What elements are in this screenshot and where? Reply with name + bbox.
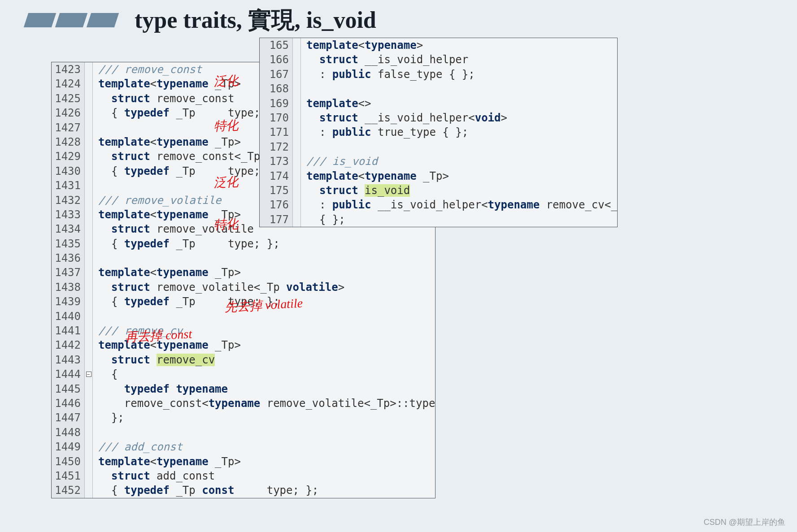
line-number: 176 [260, 198, 293, 212]
fold-gutter [293, 169, 301, 183]
line-number: 168 [260, 82, 293, 96]
code-content: { typedef _Tp type; }; [93, 294, 280, 309]
line-number: 1436 [52, 251, 85, 265]
fold-gutter [85, 324, 93, 338]
line-number: 1439 [52, 294, 85, 309]
fold-gutter [85, 106, 93, 120]
code-content: { }; [301, 212, 345, 227]
fold-gutter [85, 454, 93, 469]
code-content: { [93, 367, 118, 381]
code-line: 169template<> [260, 96, 617, 111]
line-number: 1451 [52, 469, 85, 483]
code-line: 1445 typedef typename [52, 382, 435, 396]
fold-gutter [293, 183, 301, 198]
code-line: 1451 struct add_const [52, 469, 435, 483]
code-content [301, 82, 306, 96]
code-line: 173/// is_void [260, 154, 617, 169]
code-line: 1442template<typename _Tp> [52, 338, 435, 352]
line-number: 1452 [52, 483, 85, 497]
code-line: 1443 struct remove_cv [52, 353, 435, 367]
code-content [93, 425, 98, 440]
code-line: 170 struct __is_void_helper<void> [260, 111, 617, 125]
fold-gutter [293, 212, 301, 227]
fold-gutter [85, 280, 93, 294]
line-number: 1426 [52, 106, 85, 120]
fold-gutter [85, 396, 93, 411]
code-line: 1447 }; [52, 411, 435, 425]
fold-gutter [293, 111, 301, 125]
code-content: typedef typename [93, 382, 228, 396]
code-line: 1441/// remove_cv [52, 324, 435, 338]
code-box-right: 165template<typename>166 struct __is_voi… [259, 38, 618, 227]
code-content: template<typename _Tp> [93, 265, 241, 280]
code-content: struct remove_cv [93, 353, 215, 367]
code-line: 1444 { [52, 367, 435, 381]
code-line: 165template<typename> [260, 38, 617, 52]
line-number: 175 [260, 183, 293, 198]
code-content: template<typename> [301, 38, 423, 52]
code-content: : public true_type { }; [301, 125, 468, 139]
fold-gutter [293, 125, 301, 139]
fold-gutter [293, 96, 301, 111]
code-content: struct remove_volatile [93, 222, 254, 236]
code-line: 176 : public __is_void_helper<typename r… [260, 198, 617, 212]
code-content: { typedef _Tp type; }; [93, 106, 280, 120]
code-content: template<> [301, 96, 371, 111]
line-number: 1425 [52, 91, 85, 106]
fold-gutter [85, 382, 93, 396]
line-number: 1437 [52, 265, 85, 280]
code-content: /// is_void [301, 154, 378, 169]
code-content [93, 121, 98, 135]
fold-gutter [293, 38, 301, 52]
code-line: 174template<typename _Tp> [260, 169, 617, 183]
code-content: struct remove_const [93, 91, 234, 106]
code-content: /// remove_const [93, 62, 202, 77]
slide-title: type traits, 實現, is_void [135, 4, 376, 36]
fold-gutter [85, 411, 93, 425]
line-number: 1444 [52, 367, 85, 381]
fold-gutter [85, 251, 93, 265]
code-line: 172 [260, 140, 617, 154]
code-content: template<typename _Tp> [93, 338, 241, 352]
code-content: { typedef _Tp type; }; [93, 164, 280, 178]
fold-gutter [85, 353, 93, 367]
line-number: 1431 [52, 178, 85, 193]
code-content: : public false_type { }; [301, 67, 475, 82]
fold-gutter [85, 178, 93, 193]
code-line: 167 : public false_type { }; [260, 67, 617, 82]
fold-gutter[interactable] [85, 367, 93, 381]
fold-gutter [85, 121, 93, 135]
line-number: 1423 [52, 62, 85, 77]
fold-gutter [293, 154, 301, 169]
watermark: CSDN @期望上岸的鱼 [704, 517, 785, 528]
code-line: 1438 struct remove_volatile<_Tp volatile… [52, 280, 435, 294]
line-number: 170 [260, 111, 293, 125]
fold-gutter [85, 309, 93, 324]
line-number: 172 [260, 140, 293, 154]
line-number: 1432 [52, 193, 85, 208]
line-number: 165 [260, 38, 293, 52]
code-line: 1436 [52, 251, 435, 265]
code-content: struct remove_volatile<_Tp volatile> [93, 280, 344, 294]
code-line: 171 : public true_type { }; [260, 125, 617, 139]
code-content: }; [93, 411, 124, 425]
code-line: 1450template<typename _Tp> [52, 454, 435, 469]
line-number: 169 [260, 96, 293, 111]
line-number: 177 [260, 212, 293, 227]
line-number: 1424 [52, 77, 85, 91]
line-number: 1446 [52, 396, 85, 411]
line-number: 1449 [52, 440, 85, 454]
fold-gutter [85, 265, 93, 280]
fold-gutter [85, 62, 93, 77]
fold-gutter [293, 140, 301, 154]
line-number: 1427 [52, 121, 85, 135]
code-line: 177 { }; [260, 212, 617, 227]
code-content: template<typename _Tp> [301, 169, 449, 183]
line-number: 1429 [52, 149, 85, 164]
code-line: 1446 remove_const<typename remove_volati… [52, 396, 435, 411]
code-content: template<typename _Tp> [93, 135, 241, 149]
code-content [93, 178, 98, 193]
code-content: { typedef _Tp type; }; [93, 237, 280, 251]
fold-gutter [85, 440, 93, 454]
line-number: 1448 [52, 425, 85, 440]
